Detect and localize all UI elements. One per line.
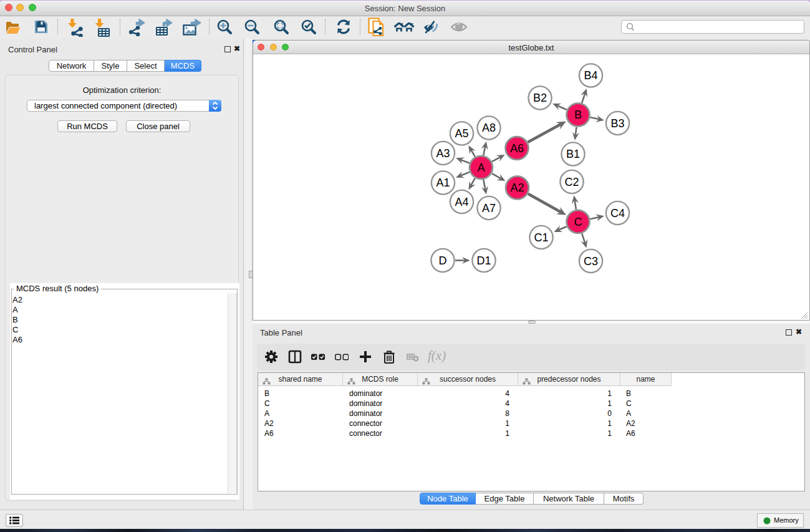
svg-text:B: B — [574, 109, 582, 121]
svg-text:A2: A2 — [510, 181, 524, 194]
svg-text:A3: A3 — [436, 147, 450, 160]
svg-text:A7: A7 — [482, 202, 496, 215]
svg-text:D: D — [439, 254, 447, 267]
svg-text:D1: D1 — [476, 254, 491, 267]
svg-text:B1: B1 — [566, 148, 580, 160]
svg-text:B3: B3 — [610, 117, 624, 130]
svg-text:A: A — [477, 162, 485, 174]
svg-text:A4: A4 — [455, 196, 468, 208]
svg-text:A1: A1 — [436, 177, 450, 189]
svg-text:C3: C3 — [584, 255, 598, 268]
svg-text:A8: A8 — [482, 122, 496, 134]
svg-text:C1: C1 — [534, 231, 548, 244]
svg-text:B4: B4 — [584, 69, 597, 82]
svg-text:C: C — [574, 216, 582, 228]
svg-text:A5: A5 — [455, 127, 468, 140]
svg-text:B2: B2 — [533, 92, 547, 104]
svg-text:C4: C4 — [610, 207, 625, 220]
svg-text:A6: A6 — [510, 142, 524, 155]
svg-text:C2: C2 — [564, 176, 579, 188]
